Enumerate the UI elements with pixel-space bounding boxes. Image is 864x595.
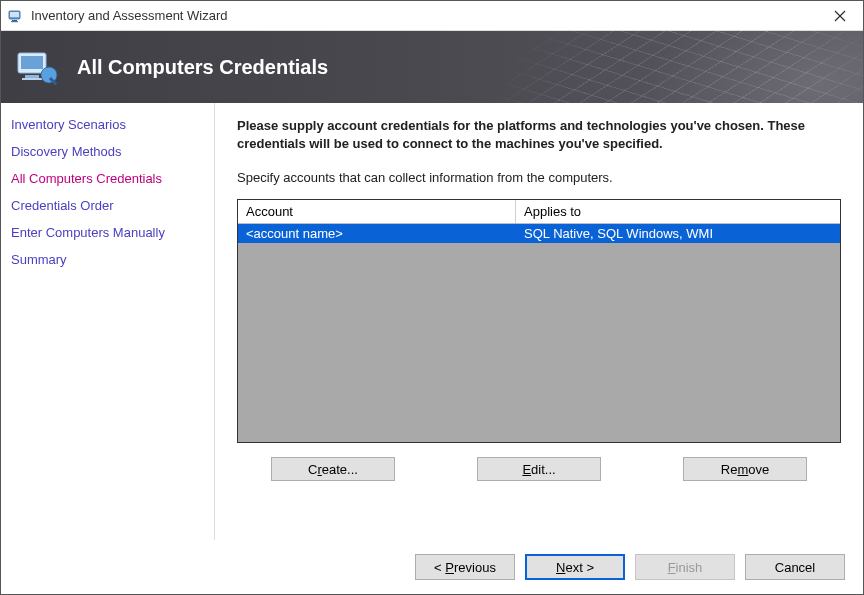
column-account[interactable]: Account <box>238 200 516 223</box>
edit-button[interactable]: Edit... <box>477 457 601 481</box>
sidebar-item-all-computers-credentials[interactable]: All Computers Credentials <box>1 165 214 192</box>
sidebar: Inventory Scenarios Discovery Methods Al… <box>1 103 215 540</box>
svg-rect-2 <box>12 20 17 21</box>
banner-icon <box>15 47 59 87</box>
sidebar-item-credentials-order[interactable]: Credentials Order <box>1 192 214 219</box>
window-title: Inventory and Assessment Wizard <box>31 8 817 23</box>
cell-account: <account name> <box>238 224 516 243</box>
credentials-list[interactable]: Account Applies to <account name> SQL Na… <box>237 199 841 443</box>
create-button[interactable]: Create... <box>271 457 395 481</box>
wizard-window: Inventory and Assessment Wizard All Comp… <box>0 0 864 595</box>
sidebar-item-enter-computers-manually[interactable]: Enter Computers Manually <box>1 219 214 246</box>
sidebar-item-inventory-scenarios[interactable]: Inventory Scenarios <box>1 111 214 138</box>
titlebar: Inventory and Assessment Wizard <box>1 1 863 31</box>
list-header: Account Applies to <box>238 200 840 224</box>
sidebar-item-discovery-methods[interactable]: Discovery Methods <box>1 138 214 165</box>
list-buttons: Create... Edit... Remove <box>237 457 841 481</box>
remove-button[interactable]: Remove <box>683 457 807 481</box>
list-rows: <account name> SQL Native, SQL Windows, … <box>238 224 840 442</box>
sidebar-item-summary[interactable]: Summary <box>1 246 214 273</box>
svg-rect-7 <box>21 56 43 69</box>
subtext: Specify accounts that can collect inform… <box>237 170 841 185</box>
svg-rect-1 <box>10 12 19 17</box>
close-button[interactable] <box>817 1 863 30</box>
cell-applies-to: SQL Native, SQL Windows, WMI <box>516 224 840 243</box>
svg-rect-9 <box>22 78 42 80</box>
wizard-body: Inventory Scenarios Discovery Methods Al… <box>1 103 863 540</box>
next-button[interactable]: Next > <box>525 554 625 580</box>
content-pane: Please supply account credentials for th… <box>215 103 863 540</box>
column-applies-to[interactable]: Applies to <box>516 200 840 223</box>
svg-rect-8 <box>25 75 39 78</box>
previous-button[interactable]: < Previous <box>415 554 515 580</box>
cancel-button[interactable]: Cancel <box>745 554 845 580</box>
banner-title: All Computers Credentials <box>77 56 328 79</box>
app-icon <box>7 7 25 25</box>
svg-rect-3 <box>11 21 18 22</box>
close-icon <box>834 10 846 22</box>
banner-decoration <box>467 31 863 103</box>
table-row[interactable]: <account name> SQL Native, SQL Windows, … <box>238 224 840 243</box>
instruction-text: Please supply account credentials for th… <box>237 117 841 152</box>
banner: All Computers Credentials <box>1 31 863 103</box>
footer: < Previous Next > Finish Cancel <box>1 540 863 594</box>
finish-button: Finish <box>635 554 735 580</box>
